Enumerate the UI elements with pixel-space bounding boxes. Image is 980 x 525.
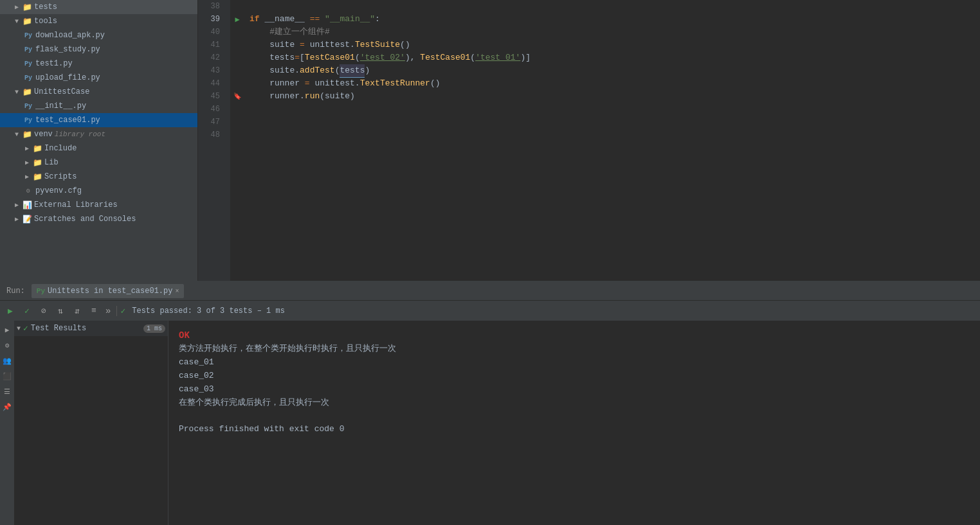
gutter-39[interactable]: ▶ (230, 13, 244, 26)
assign-42: = (295, 51, 300, 64)
label-download-apk: download_apk.py (35, 31, 105, 40)
gutter-41 (230, 39, 244, 51)
run-label: Run: (3, 287, 29, 296)
side-icon-4[interactable]: ⬛ (1, 369, 14, 382)
line-num-46: 46 (198, 103, 225, 116)
sort-asc-button[interactable]: ⇅ (53, 303, 68, 319)
sidebar-item-lib[interactable]: ▶ 📁 Lib (0, 156, 197, 170)
folder-icon-venv: 📁 (22, 129, 32, 139)
paren-open-42b: ( (470, 51, 475, 64)
sidebar-item-venv[interactable]: ▼ 📁 venv library root (0, 127, 197, 141)
folder-icon-include: 📁 (32, 143, 42, 154)
collapse-button[interactable]: ≡ (86, 303, 102, 319)
toolbar-separator (116, 306, 117, 316)
sidebar-item-scripts[interactable]: ▶ 📁 Scripts (0, 170, 197, 184)
bookmark-icon: 🔖 (233, 93, 241, 100)
label-flask-study: flask_study.py (35, 45, 100, 54)
addtest-func: addTest (300, 64, 335, 77)
code-line-48 (250, 129, 980, 141)
expand-arrow-include: ▶ (23, 145, 31, 152)
run-toolbar: ▶ ✓ ⊘ ⇅ ⇵ ≡ » ✓ Tests passed: 3 of 3 tes… (0, 300, 980, 321)
gutter-43 (230, 64, 244, 77)
py-icon-testcase01: Py (23, 115, 33, 125)
sidebar-item-scratches[interactable]: ▶ 📝 Scratches and Consoles (0, 212, 197, 226)
side-icon-3[interactable]: 👥 (1, 354, 14, 367)
line-num-40: 40 (198, 26, 225, 39)
label-tools: tools (34, 17, 57, 26)
line-num-42: 42 (198, 51, 225, 64)
output-line1: 类方法开始执行，在整个类开始执行时执行，且只执行一次 (179, 343, 970, 356)
gutter-47 (230, 116, 244, 129)
line-num-45: 45 (198, 90, 225, 103)
colon-39: : (375, 13, 380, 26)
sidebar-item-tests[interactable]: ▶ 📁 tests (0, 0, 197, 14)
side-icon-strip: ▶ ⚙ 👥 ⬛ ☰ 📌 (0, 321, 14, 525)
parens-41: () (400, 39, 410, 51)
code-line-39: if __name__ == "__main__" : (250, 13, 980, 26)
sidebar-item-init[interactable]: Py __init__.py (0, 99, 197, 113)
test-results-header: ▼ ✓ Test Results 1 ms (14, 321, 168, 336)
main-str: "__main__" (325, 13, 375, 26)
label-scratches: Scratches and Consoles (34, 215, 136, 224)
dot-41: . (350, 39, 355, 51)
sidebar-item-include[interactable]: ▶ 📁 Include (0, 141, 197, 156)
sort-desc-button[interactable]: ⇵ (69, 303, 85, 319)
results-expand-arrow[interactable]: ▼ (17, 325, 21, 332)
run-tab-icon: Py (37, 287, 45, 295)
side-icon-6[interactable]: 📌 (1, 400, 14, 413)
sidebar-item-flask-study[interactable]: Py flask_study.py (0, 42, 197, 57)
paren-close-42a: ) (405, 51, 410, 64)
run-arrow-icon[interactable]: ▶ (235, 15, 239, 24)
side-icon-1[interactable]: ▶ (1, 323, 14, 336)
more-options-button[interactable]: » (103, 306, 113, 316)
sidebar-item-pyvenv-cfg[interactable]: ⚙ pyvenv.cfg (0, 184, 197, 198)
code-view: 38 39 40 41 42 43 44 45 46 47 48 ▶ (198, 0, 980, 281)
output-line5: 在整个类执行完成后执行，且只执行一次 (179, 396, 970, 410)
folder-icon-lib: 📁 (32, 157, 42, 168)
close-tab-button[interactable]: × (175, 288, 179, 295)
check-button[interactable]: ✓ (19, 303, 35, 319)
dot-45: . (300, 90, 305, 103)
sidebar-item-unittestcase[interactable]: ▼ 📁 UnittestCase (0, 85, 197, 99)
expand-arrow-unittest: ▼ (13, 88, 21, 96)
test-passed-check-icon: ✓ (120, 306, 125, 316)
stop-button[interactable]: ⊘ (36, 303, 51, 319)
label-include: Include (44, 144, 77, 153)
gutter-44 (230, 77, 244, 90)
run-tab-label: Unittests in test_case01.py (48, 287, 172, 296)
file-tree-sidebar: ▶ 📁 tests ▼ 📁 tools Py download_apk.py P… (0, 0, 198, 281)
side-icon-5[interactable]: ☰ (1, 385, 14, 398)
kw-if: if (250, 13, 260, 26)
eq-op: == (310, 13, 320, 26)
run-tab[interactable]: Py Unittests in test_case01.py × (32, 284, 185, 298)
label-scripts: Scripts (44, 172, 77, 181)
label-upload-file: upload_file.py (35, 73, 100, 82)
testsuite-func: TestSuite (355, 39, 400, 51)
line-numbers: 38 39 40 41 42 43 44 45 46 47 48 (198, 0, 230, 281)
py-icon-download: Py (23, 30, 33, 40)
test-results-label: Test Results (31, 324, 141, 333)
sidebar-item-test-case01[interactable]: Py test_case01.py (0, 113, 197, 127)
label-test1: test1.py (35, 59, 73, 68)
output-line2: case_01 (179, 356, 970, 369)
gutter-42 (230, 51, 244, 64)
code-lines[interactable]: if __name__ == "__main__" : #建立一个组件# (244, 0, 980, 281)
code-line-45: runner . run ( suite ) (250, 90, 980, 103)
sidebar-item-tools[interactable]: ▼ 📁 tools (0, 14, 197, 28)
testcase01-1: TestCase01 (305, 51, 355, 64)
sidebar-item-upload-file[interactable]: Py upload_file.py (0, 71, 197, 85)
side-icon-2[interactable]: ⚙ (1, 339, 14, 351)
sidebar-item-test1[interactable]: Py test1.py (0, 57, 197, 71)
label-venv: venv (34, 130, 53, 139)
label-tests: tests (34, 3, 57, 12)
run-button[interactable]: ▶ (3, 303, 18, 319)
sidebar-item-download-apk[interactable]: Py download_apk.py (0, 28, 197, 42)
sidebar-item-external-libs[interactable]: ▶ 📊 External Libraries (0, 198, 197, 212)
code-editor: 38 39 40 41 42 43 44 45 46 47 48 ▶ (198, 0, 980, 281)
code-line-41: suite = unittest . TestSuite () (250, 39, 980, 51)
paren-close-45: ) (350, 90, 355, 103)
test-results-panel: ▼ ✓ Test Results 1 ms (14, 321, 168, 525)
external-libs-icon: 📊 (22, 200, 32, 210)
code-line-43: suite . addTest ( tests ) (250, 64, 980, 77)
cfg-icon: ⚙ (23, 186, 33, 196)
